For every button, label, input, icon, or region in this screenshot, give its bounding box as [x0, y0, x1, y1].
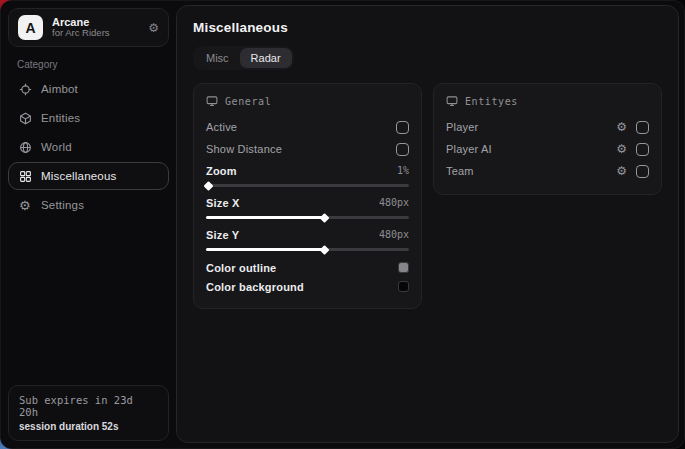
sidebar-item-label: Miscellaneous	[41, 170, 116, 182]
monitor-icon	[206, 95, 218, 107]
color-outline-row: Color outline	[206, 258, 409, 277]
zoom-slider-thumb[interactable]	[204, 181, 214, 191]
player-checkbox[interactable]	[636, 121, 649, 134]
player-ai-row: Player AI ⚙	[446, 138, 649, 160]
app-settings-gear-icon[interactable]: ⚙	[148, 21, 159, 35]
monitor-icon	[446, 95, 458, 107]
tab-radar[interactable]: Radar	[240, 48, 292, 68]
zoom-slider-block: Zoom 1%	[206, 162, 409, 187]
size-y-slider[interactable]	[206, 248, 409, 251]
team-settings-gear-icon[interactable]: ⚙	[616, 165, 627, 177]
player-settings-gear-icon[interactable]: ⚙	[616, 121, 627, 133]
general-panel-title: General	[225, 96, 271, 107]
entities-panel-header: Entityes	[446, 95, 649, 107]
player-ai-label: Player AI	[446, 143, 616, 155]
main-content: Miscellaneous Misc Radar General Active …	[176, 5, 679, 443]
app-card: A Arcane for Arc Riders ⚙	[8, 8, 169, 47]
color-outline-swatch[interactable]	[398, 262, 409, 273]
grid-icon	[18, 169, 32, 183]
size-y-slider-block: Size Y 480px	[206, 226, 409, 251]
sidebar-item-entities[interactable]: Entities	[8, 104, 169, 132]
size-y-slider-thumb[interactable]	[319, 245, 329, 255]
team-checkbox[interactable]	[636, 165, 649, 178]
team-row: Team ⚙	[446, 160, 649, 182]
panels-row: General Active Show Distance Zoom 1%	[193, 83, 662, 309]
page-title: Miscellaneous	[193, 20, 662, 35]
size-x-slider-thumb[interactable]	[319, 213, 329, 223]
sidebar-item-miscellaneous[interactable]: Miscellaneous	[8, 162, 169, 190]
team-label: Team	[446, 165, 616, 177]
tab-bar: Misc Radar	[193, 46, 294, 70]
size-y-slider-fill	[206, 248, 324, 251]
color-outline-label: Color outline	[206, 262, 276, 274]
player-ai-checkbox[interactable]	[636, 143, 649, 156]
general-panel-header: General	[206, 95, 409, 107]
sidebar-item-world[interactable]: World	[8, 133, 169, 161]
crosshair-icon	[18, 82, 32, 96]
globe-icon	[18, 140, 32, 154]
zoom-slider[interactable]	[206, 184, 409, 187]
zoom-label: Zoom	[206, 165, 237, 177]
sidebar-item-label: World	[41, 141, 72, 153]
sidebar-item-settings[interactable]: ⚙ Settings	[8, 191, 169, 219]
color-background-label: Color background	[206, 281, 304, 293]
show-distance-checkbox[interactable]	[396, 143, 409, 156]
color-background-swatch[interactable]	[398, 281, 409, 292]
general-panel: General Active Show Distance Zoom 1%	[193, 83, 422, 309]
gear-icon: ⚙	[18, 198, 32, 212]
tab-misc[interactable]: Misc	[195, 48, 240, 68]
size-y-label: Size Y	[206, 229, 239, 241]
player-row: Player ⚙	[446, 116, 649, 138]
sidebar: A Arcane for Arc Riders ⚙ Category Aimbo…	[1, 1, 176, 448]
app-window: A Arcane for Arc Riders ⚙ Category Aimbo…	[0, 0, 685, 449]
player-ai-settings-gear-icon[interactable]: ⚙	[616, 143, 627, 155]
size-x-value: 480px	[379, 197, 409, 208]
size-x-label: Size X	[206, 197, 240, 209]
zoom-slider-fill	[206, 184, 208, 187]
app-logo: A	[18, 15, 43, 40]
sidebar-item-label: Aimbot	[41, 83, 78, 95]
session-duration-text: session duration 52s	[19, 421, 158, 432]
sidebar-item-label: Settings	[41, 199, 84, 211]
player-label: Player	[446, 121, 616, 133]
show-distance-label: Show Distance	[206, 143, 282, 155]
size-x-slider-block: Size X 480px	[206, 194, 409, 219]
sub-expires-text: Sub expires in 23d 20h	[19, 394, 158, 418]
entities-panel: Entityes Player ⚙ Player AI ⚙ Team ⚙	[433, 83, 662, 195]
subscription-card: Sub expires in 23d 20h session duration …	[8, 385, 169, 441]
app-meta: Arcane for Arc Riders	[52, 16, 139, 40]
size-x-slider[interactable]	[206, 216, 409, 219]
category-label: Category	[17, 59, 166, 70]
active-label: Active	[206, 121, 237, 133]
app-subtitle: for Arc Riders	[52, 28, 139, 39]
sidebar-item-label: Entities	[41, 112, 80, 124]
show-distance-row: Show Distance	[206, 138, 409, 160]
sidebar-item-aimbot[interactable]: Aimbot	[8, 75, 169, 103]
entities-panel-title: Entityes	[465, 96, 518, 107]
size-y-value: 480px	[379, 229, 409, 240]
active-row: Active	[206, 116, 409, 138]
sidebar-nav: Aimbot Entities World Miscellaneous	[1, 75, 176, 219]
active-checkbox[interactable]	[396, 121, 409, 134]
color-background-row: Color background	[206, 277, 409, 296]
cube-icon	[18, 111, 32, 125]
size-x-slider-fill	[206, 216, 324, 219]
zoom-value: 1%	[397, 165, 409, 176]
